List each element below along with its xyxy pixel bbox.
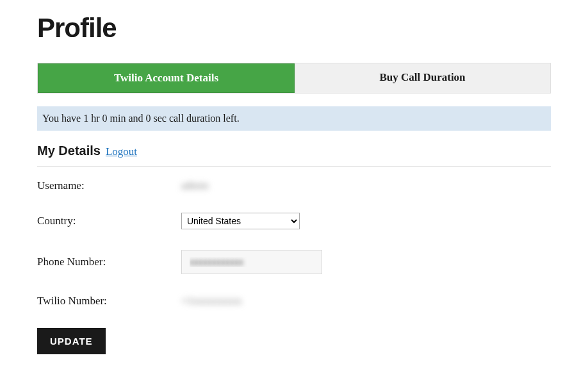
- form-row-username: Username: admin: [37, 179, 551, 192]
- update-button[interactable]: UPDATE: [37, 328, 106, 354]
- twilio-value: +1xxxxxxxxx: [181, 295, 242, 308]
- tabs-container: Twilio Account Details Buy Call Duration: [37, 63, 551, 94]
- form-row-twilio: Twilio Number: +1xxxxxxxxx: [37, 295, 551, 308]
- country-select[interactable]: United States: [181, 213, 300, 229]
- phone-label: Phone Number:: [37, 256, 181, 268]
- page-title: Profile: [37, 13, 551, 44]
- call-duration-info: You have 1 hr 0 min and 0 sec call durat…: [37, 106, 551, 131]
- section-header: My Details Logout: [37, 144, 551, 167]
- tab-buy-call-duration[interactable]: Buy Call Duration: [295, 63, 550, 93]
- country-label: Country:: [37, 215, 181, 227]
- twilio-label: Twilio Number:: [37, 295, 181, 308]
- username-label: Username:: [37, 179, 181, 192]
- username-value: admin: [181, 179, 209, 192]
- phone-input[interactable]: [181, 250, 322, 274]
- form-row-country: Country: United States: [37, 213, 551, 229]
- logout-link[interactable]: Logout: [106, 145, 137, 158]
- tab-twilio-account-details[interactable]: Twilio Account Details: [38, 63, 295, 93]
- form-row-phone: Phone Number:: [37, 250, 551, 274]
- section-title: My Details: [37, 144, 101, 158]
